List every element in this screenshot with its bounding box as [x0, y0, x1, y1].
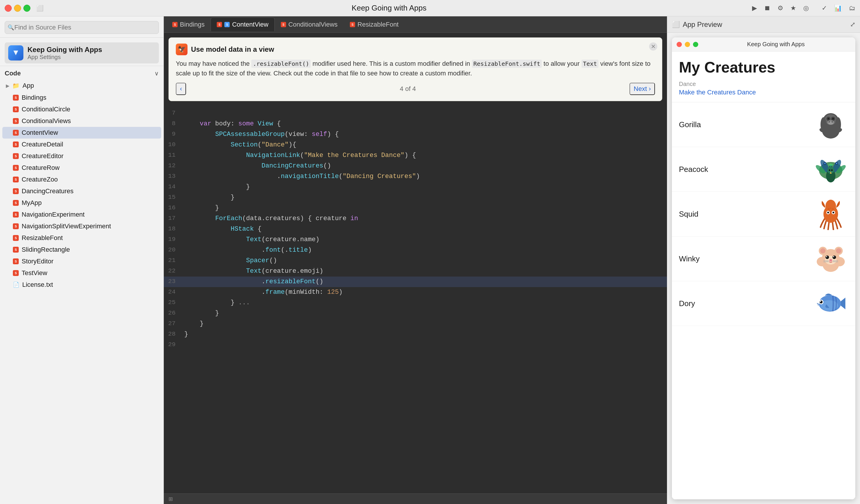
file-navigationexperiment[interactable]: S NavigationExperiment	[2, 209, 161, 220]
project-info: Keep Going with Apps App Settings	[28, 46, 102, 60]
folder-label: App	[23, 82, 34, 89]
nav-label: Dance	[679, 81, 848, 87]
svg-point-37	[826, 200, 836, 212]
app-folder[interactable]: ▶ 📁 App	[2, 79, 161, 92]
project-section: Keep Going with Apps App Settings	[0, 38, 163, 66]
code-editor[interactable]: 7 8 var body: some View { 9 SPCAssessabl…	[164, 106, 667, 493]
creature-emoji-container	[813, 107, 848, 142]
code-line-9: 9 SPCAssessableGroup(view: self) {	[164, 129, 667, 140]
prev-icon: ‹	[180, 85, 182, 93]
svg-point-25	[836, 163, 837, 164]
star-icon[interactable]: ★	[790, 4, 796, 12]
project-name: Keep Going with Apps	[28, 46, 102, 54]
file-slidingrectangle[interactable]: S SlidingRectangle	[2, 244, 161, 255]
tab-contentview[interactable]: S S ContentView	[211, 17, 274, 31]
code-line-19: 19 Text(creature.name)	[164, 235, 667, 245]
code-line-26: 26 }	[164, 308, 667, 318]
code-line-18: 18 HStack {	[164, 224, 667, 235]
chart-icon[interactable]: 📊	[834, 4, 842, 12]
sidebar-tree: ▶ 📁 App S Bindings S ConditionalCircle S…	[0, 79, 163, 504]
svg-point-10	[832, 121, 833, 122]
file-navigationsplitviewexperiment[interactable]: S NavigationSplitViewExperiment	[2, 220, 161, 232]
gorilla-svg	[815, 108, 847, 140]
file-creatureeditor[interactable]: S CreatureEditor	[2, 150, 161, 162]
swift-tab-icon: S	[217, 22, 222, 27]
code-section-header: Code ∨	[0, 66, 163, 79]
folder-icon[interactable]: 🗂	[849, 4, 855, 12]
swift-tab-icon: S	[281, 22, 286, 27]
code-line-17: 17 ForEach(data.creatures) { creature in	[164, 213, 667, 224]
close-button[interactable]	[5, 5, 12, 12]
squid-svg	[815, 198, 847, 230]
code-line-11: 11 NavigationLink("Make the Creatures Da…	[164, 150, 667, 161]
file-dancingcreatures[interactable]: S DancingCreatures	[2, 186, 161, 197]
search-icon: 🔍	[8, 24, 14, 31]
svg-point-9	[829, 121, 830, 122]
file-storyeditor[interactable]: S StoryEditor	[2, 255, 161, 267]
file-label: ResizableFont	[22, 234, 63, 242]
swift-icon: S	[13, 142, 19, 147]
nav-link[interactable]: Make the Creatures Dance	[679, 89, 848, 96]
svg-point-23	[824, 163, 826, 164]
tooltip-close-button[interactable]: ✕	[649, 42, 657, 50]
preview-window-title: Keep Going with Apps	[701, 41, 851, 48]
file-label: CreatureRow	[22, 164, 60, 172]
code-line-22: 22 Text(creature.emoji)	[164, 266, 667, 277]
creature-emoji-container	[813, 152, 848, 187]
code-line-29: 29	[164, 340, 667, 350]
tooltip-next-button[interactable]: Next ›	[630, 83, 655, 95]
creature-row-winky: Winky	[672, 237, 855, 281]
tabs-bar: S Bindings S S ContentView S Conditional…	[164, 16, 667, 33]
search-input[interactable]	[5, 21, 159, 34]
swift-icon: S	[13, 130, 19, 136]
tooltip-prev-button[interactable]: ‹	[176, 83, 186, 95]
file-label: StoryEditor	[22, 257, 54, 265]
play-icon[interactable]: ▶	[752, 4, 757, 12]
code-line-8: 8 var body: some View {	[164, 119, 667, 129]
preview-expand-icon[interactable]: ⤢	[850, 21, 855, 28]
svg-point-28	[829, 169, 830, 171]
code-line-27: 27 }	[164, 318, 667, 329]
file-conditionalviews[interactable]: S ConditionalViews	[2, 115, 161, 127]
code-container: 🦅 Use model data in a view ✕ You may hav…	[164, 33, 667, 504]
code-line-10: 10 Section("Dance"){	[164, 140, 667, 150]
tooltip-title: Use model data in a view	[191, 45, 274, 54]
sliders-icon[interactable]: ⚙	[777, 4, 783, 12]
file-label: License.txt	[22, 281, 53, 288]
file-contentview[interactable]: S ContentView	[2, 127, 161, 138]
file-label: CreatureDetail	[22, 140, 63, 148]
file-testview[interactable]: S TestView	[2, 267, 161, 279]
app-nav-hint: Dance Make the Creatures Dance	[672, 81, 855, 102]
file-creaturerow[interactable]: S CreatureRow	[2, 162, 161, 174]
stop-icon[interactable]: ⏹	[764, 4, 771, 12]
swift-tab-icon: S	[350, 22, 355, 27]
tab-bindings[interactable]: S Bindings	[166, 17, 211, 31]
code-snippet-1: .resizableFont()	[251, 60, 311, 68]
svg-point-66	[820, 300, 822, 303]
file-license[interactable]: 📄 License.txt	[2, 279, 161, 291]
preview-close-dot	[677, 42, 682, 47]
file-myapp[interactable]: S MyApp	[2, 197, 161, 209]
file-creaturezoo[interactable]: S CreatureZoo	[2, 174, 161, 186]
preview-window: Keep Going with Apps My Creatures Dance …	[672, 38, 855, 499]
sidebar: 🔍 Keep Going with Apps App Settings Code…	[0, 16, 164, 504]
sidebar-search-area: 🔍	[0, 16, 163, 38]
face-icon[interactable]: ◎	[803, 4, 809, 12]
creature-name: Peacock	[679, 165, 708, 174]
file-resizablefont[interactable]: S ResizableFont	[2, 232, 161, 244]
file-conditionalcircle[interactable]: S ConditionalCircle	[2, 103, 161, 115]
section-toggle-icon[interactable]: ∨	[155, 70, 159, 77]
svg-point-35	[831, 164, 833, 166]
svg-point-5	[828, 118, 829, 120]
project-item[interactable]: Keep Going with Apps App Settings	[5, 42, 159, 63]
minimize-button[interactable]	[14, 5, 21, 12]
traffic-lights	[5, 5, 30, 12]
svg-point-41	[832, 212, 834, 213]
tab-conditionalviews[interactable]: S ConditionalViews	[275, 17, 344, 31]
file-label: Bindings	[22, 94, 46, 101]
preview-zoom-dot	[693, 42, 698, 47]
file-creaturedetail[interactable]: S CreatureDetail	[2, 138, 161, 150]
checkmark-icon[interactable]: ✓	[822, 4, 827, 12]
file-bindings[interactable]: S Bindings	[2, 92, 161, 103]
tab-resizablefont[interactable]: S ResizableFont	[344, 17, 405, 31]
